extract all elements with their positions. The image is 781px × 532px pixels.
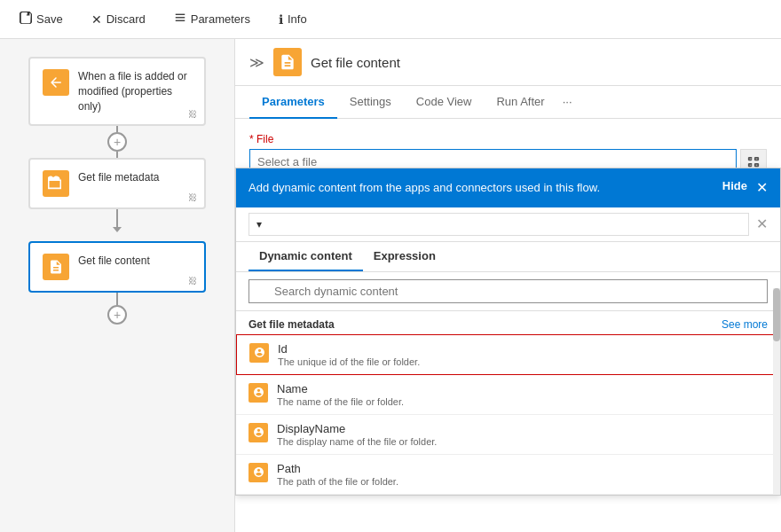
section-title: Get file metadata bbox=[248, 318, 335, 331]
tab-more-icon[interactable]: ··· bbox=[557, 86, 578, 118]
required-star: * bbox=[249, 133, 256, 145]
file-field-label: * File bbox=[249, 133, 767, 145]
connector-line-1 bbox=[116, 126, 118, 132]
dynamic-panel-header: Add dynamic content from the apps and co… bbox=[236, 168, 780, 207]
connector-1: + bbox=[107, 126, 127, 158]
right-panel: ≫ Get file content Parameters Settings C… bbox=[235, 39, 781, 532]
dynamic-item-name-content: Name The name of the file or folder. bbox=[277, 382, 768, 407]
save-button[interactable]: Save bbox=[14, 8, 68, 30]
discard-icon: ✕ bbox=[91, 12, 102, 27]
main-layout: When a file is added or modified (proper… bbox=[0, 39, 781, 532]
connector-arrow-2 bbox=[113, 227, 122, 232]
save-label: Save bbox=[36, 12, 63, 26]
dynamic-search-input[interactable] bbox=[248, 279, 768, 303]
dynamic-item-displayname[interactable]: DisplayName The display name of the file… bbox=[236, 415, 780, 455]
metadata-node-link: ⛓ bbox=[188, 192, 197, 202]
dynamic-item-path-desc: The path of the file or folder. bbox=[277, 476, 768, 487]
dynamic-item-id-name: Id bbox=[278, 342, 767, 356]
dynamic-item-path-content: Path The path of the file or folder. bbox=[277, 462, 768, 487]
action-icon bbox=[273, 48, 302, 76]
dynamic-item-name-desc: The name of the file or folder. bbox=[277, 396, 768, 407]
tab-codeview[interactable]: Code View bbox=[404, 86, 485, 119]
trigger-node-link: ⛓ bbox=[188, 109, 197, 119]
tab-runafter[interactable]: Run After bbox=[484, 86, 556, 119]
parameters-label: Parameters bbox=[191, 12, 250, 26]
dynamic-item-displayname-label: DisplayName bbox=[277, 422, 768, 435]
trigger-node-text: When a file is added or modified (proper… bbox=[78, 69, 192, 113]
add-step-3[interactable]: + bbox=[107, 305, 127, 325]
dynamic-hide-button[interactable]: Hide bbox=[722, 179, 747, 192]
action-header: ≫ Get file content bbox=[235, 39, 781, 86]
dynamic-search-row: 🔍 bbox=[236, 272, 780, 311]
info-label: Info bbox=[288, 12, 307, 26]
dynamic-item-path-label: Path bbox=[277, 462, 768, 475]
svg-rect-2 bbox=[175, 20, 185, 21]
dynamic-items-list: Id The unique id of the file or folder. … bbox=[236, 334, 780, 495]
action-title: Get file content bbox=[311, 55, 400, 70]
dynamic-section-header: Get file metadata See more bbox=[236, 311, 780, 334]
dynamic-tab-content[interactable]: Dynamic content bbox=[248, 242, 363, 271]
metadata-node-text: Get file metadata bbox=[78, 170, 159, 185]
add-step-1[interactable]: + bbox=[107, 132, 127, 152]
dynamic-tabs: Dynamic content Expression bbox=[236, 242, 780, 272]
dynamic-item-id-desc: The unique id of the file or folder. bbox=[278, 356, 767, 367]
dynamic-tab-expression[interactable]: Expression bbox=[363, 242, 446, 271]
dynamic-item-name-label: Name bbox=[277, 382, 768, 395]
svg-rect-0 bbox=[175, 14, 185, 15]
search-wrapper: 🔍 bbox=[248, 279, 768, 303]
discard-button[interactable]: ✕ Discard bbox=[86, 9, 151, 30]
connector-line-1b bbox=[116, 152, 118, 158]
dynamic-item-displayname-content: DisplayName The display name of the file… bbox=[277, 422, 768, 447]
dynamic-item-id-icon bbox=[249, 343, 269, 363]
dynamic-item-id-content: Id The unique id of the file or folder. bbox=[278, 342, 767, 367]
action-tabs: Parameters Settings Code View Run After … bbox=[235, 86, 781, 119]
trigger-node-icon bbox=[43, 69, 69, 96]
dynamic-item-path[interactable]: Path The path of the file or folder. bbox=[236, 455, 780, 495]
tab-settings[interactable]: Settings bbox=[337, 86, 404, 119]
tab-parameters[interactable]: Parameters bbox=[249, 86, 337, 119]
action-body: * File Add dynamic content + Add dynamic… bbox=[235, 119, 781, 532]
trigger-node[interactable]: When a file is added or modified (proper… bbox=[28, 57, 206, 126]
expand-icon[interactable]: ≫ bbox=[249, 54, 264, 71]
metadata-node[interactable]: Get file metadata ⛓ bbox=[28, 158, 206, 209]
parameters-icon bbox=[174, 12, 186, 27]
flow-canvas: When a file is added or modified (proper… bbox=[0, 39, 235, 532]
content-node-icon bbox=[43, 254, 69, 280]
content-node-text: Get file content bbox=[78, 254, 150, 269]
scrollbar-track bbox=[773, 288, 780, 495]
connector-2 bbox=[113, 209, 122, 241]
content-node-link: ⛓ bbox=[188, 276, 197, 286]
connector-line-3 bbox=[116, 293, 118, 305]
see-more-link[interactable]: See more bbox=[722, 318, 768, 331]
info-icon: ℹ bbox=[279, 12, 283, 27]
scrollbar-thumb[interactable] bbox=[773, 288, 780, 341]
info-button[interactable]: ℹ Info bbox=[273, 9, 312, 30]
metadata-node-icon bbox=[43, 170, 69, 197]
dynamic-item-displayname-desc: The display name of the file or folder. bbox=[277, 436, 768, 447]
dynamic-item-displayname-icon bbox=[248, 423, 268, 442]
discard-label: Discard bbox=[106, 12, 146, 26]
connector-line-2 bbox=[116, 209, 118, 227]
content-node[interactable]: Get file content ⛓ bbox=[28, 241, 206, 293]
dynamic-item-name[interactable]: Name The name of the file or folder. bbox=[236, 375, 780, 415]
dynamic-item-path-icon bbox=[248, 463, 268, 482]
panel-close-button[interactable]: ✕ bbox=[756, 215, 768, 232]
parameters-button[interactable]: Parameters bbox=[169, 8, 256, 30]
svg-rect-1 bbox=[175, 17, 185, 18]
save-icon bbox=[20, 12, 32, 27]
toolbar: Save ✕ Discard Parameters ℹ Info bbox=[0, 0, 781, 39]
dynamic-dropdown-text: ▾ bbox=[256, 218, 262, 231]
dynamic-panel: Add dynamic content from the apps and co… bbox=[235, 168, 781, 496]
dynamic-dropdown[interactable]: ▾ bbox=[248, 213, 749, 236]
dynamic-close-button[interactable]: ✕ bbox=[756, 179, 768, 196]
dynamic-item-name-icon bbox=[248, 383, 268, 403]
dynamic-header-text: Add dynamic content from the apps and co… bbox=[248, 179, 714, 197]
dynamic-item-id[interactable]: Id The unique id of the file or folder. bbox=[236, 334, 780, 375]
connector-3: + bbox=[107, 293, 127, 325]
